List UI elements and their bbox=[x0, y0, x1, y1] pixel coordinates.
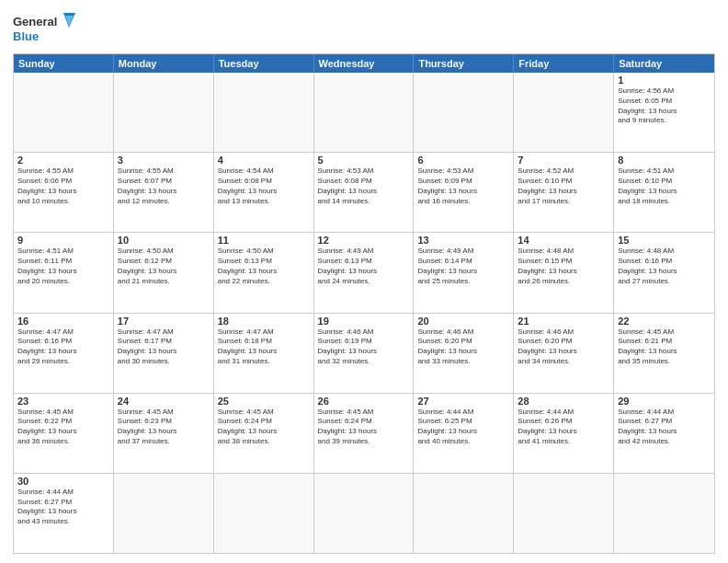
day-number: 23 bbox=[17, 396, 109, 407]
calendar-cell: 20Sunrise: 4:46 AM Sunset: 6:20 PM Dayli… bbox=[414, 314, 514, 393]
calendar-header-cell: Sunday bbox=[14, 54, 114, 73]
day-info: Sunrise: 4:46 AM Sunset: 6:20 PM Dayligh… bbox=[518, 327, 609, 367]
calendar-cell bbox=[514, 73, 614, 152]
day-info: Sunrise: 4:55 AM Sunset: 6:07 PM Dayligh… bbox=[118, 167, 210, 206]
calendar-header-cell: Monday bbox=[114, 54, 214, 73]
calendar-cell: 2Sunrise: 4:55 AM Sunset: 6:06 PM Daylig… bbox=[14, 153, 114, 232]
calendar-cell: 14Sunrise: 4:48 AM Sunset: 6:15 PM Dayli… bbox=[514, 233, 614, 312]
day-number: 17 bbox=[118, 316, 210, 327]
day-number: 7 bbox=[518, 155, 609, 166]
logo-svg: General Blue bbox=[13, 9, 77, 48]
header: General Blue bbox=[13, 9, 715, 48]
day-number: 27 bbox=[417, 396, 509, 407]
calendar-cell: 17Sunrise: 4:47 AM Sunset: 6:17 PM Dayli… bbox=[114, 314, 214, 393]
calendar-header-cell: Friday bbox=[514, 54, 614, 73]
day-info: Sunrise: 4:44 AM Sunset: 6:27 PM Dayligh… bbox=[618, 408, 711, 447]
calendar-cell bbox=[414, 474, 514, 553]
day-number: 21 bbox=[518, 316, 609, 327]
calendar-cell bbox=[614, 474, 714, 553]
calendar-cell: 16Sunrise: 4:47 AM Sunset: 6:16 PM Dayli… bbox=[14, 314, 114, 393]
calendar-cell: 23Sunrise: 4:45 AM Sunset: 6:22 PM Dayli… bbox=[14, 394, 114, 473]
day-info: Sunrise: 4:48 AM Sunset: 6:16 PM Dayligh… bbox=[618, 247, 711, 286]
day-info: Sunrise: 4:47 AM Sunset: 6:18 PM Dayligh… bbox=[218, 327, 310, 367]
calendar-cell: 12Sunrise: 4:49 AM Sunset: 6:13 PM Dayli… bbox=[314, 233, 415, 312]
calendar-header: SundayMondayTuesdayWednesdayThursdayFrid… bbox=[14, 54, 714, 73]
calendar-cell: 10Sunrise: 4:50 AM Sunset: 6:12 PM Dayli… bbox=[114, 233, 214, 312]
calendar-cell bbox=[114, 474, 214, 553]
calendar-row: 9Sunrise: 4:51 AM Sunset: 6:11 PM Daylig… bbox=[14, 232, 714, 312]
day-info: Sunrise: 4:46 AM Sunset: 6:19 PM Dayligh… bbox=[318, 327, 410, 367]
day-number: 18 bbox=[218, 316, 310, 327]
day-number: 4 bbox=[218, 155, 310, 166]
day-number: 14 bbox=[518, 235, 609, 246]
calendar-cell bbox=[14, 73, 114, 152]
day-number: 3 bbox=[118, 155, 210, 166]
calendar-cell: 9Sunrise: 4:51 AM Sunset: 6:11 PM Daylig… bbox=[14, 233, 114, 312]
calendar-cell bbox=[214, 474, 314, 553]
calendar-cell: 11Sunrise: 4:50 AM Sunset: 6:13 PM Dayli… bbox=[214, 233, 314, 312]
day-number: 30 bbox=[17, 476, 109, 487]
calendar-cell: 29Sunrise: 4:44 AM Sunset: 6:27 PM Dayli… bbox=[614, 394, 714, 473]
calendar-cell: 1Sunrise: 4:56 AM Sunset: 6:05 PM Daylig… bbox=[614, 73, 714, 152]
day-info: Sunrise: 4:45 AM Sunset: 6:24 PM Dayligh… bbox=[218, 408, 310, 447]
day-number: 13 bbox=[417, 235, 509, 246]
day-number: 16 bbox=[17, 316, 109, 327]
day-number: 19 bbox=[318, 316, 410, 327]
day-info: Sunrise: 4:45 AM Sunset: 6:24 PM Dayligh… bbox=[318, 408, 410, 447]
calendar-cell: 22Sunrise: 4:45 AM Sunset: 6:21 PM Dayli… bbox=[614, 314, 714, 393]
calendar-cell: 28Sunrise: 4:44 AM Sunset: 6:26 PM Dayli… bbox=[514, 394, 614, 473]
day-info: Sunrise: 4:54 AM Sunset: 6:08 PM Dayligh… bbox=[218, 167, 310, 206]
calendar-cell bbox=[314, 474, 415, 553]
calendar-cell: 30Sunrise: 4:44 AM Sunset: 6:27 PM Dayli… bbox=[14, 474, 114, 553]
calendar-row: 1Sunrise: 4:56 AM Sunset: 6:05 PM Daylig… bbox=[14, 73, 714, 152]
day-number: 26 bbox=[318, 396, 410, 407]
day-number: 15 bbox=[618, 235, 711, 246]
calendar-cell bbox=[214, 73, 314, 152]
day-number: 1 bbox=[618, 75, 711, 86]
calendar-cell: 21Sunrise: 4:46 AM Sunset: 6:20 PM Dayli… bbox=[514, 314, 614, 393]
day-info: Sunrise: 4:44 AM Sunset: 6:27 PM Dayligh… bbox=[17, 488, 109, 527]
day-number: 22 bbox=[618, 316, 711, 327]
calendar-cell: 13Sunrise: 4:49 AM Sunset: 6:14 PM Dayli… bbox=[414, 233, 514, 312]
calendar-cell: 19Sunrise: 4:46 AM Sunset: 6:19 PM Dayli… bbox=[314, 314, 415, 393]
page: General Blue SundayMondayTuesdayWednesda… bbox=[0, 0, 728, 563]
calendar-cell: 27Sunrise: 4:44 AM Sunset: 6:25 PM Dayli… bbox=[414, 394, 514, 473]
day-info: Sunrise: 4:49 AM Sunset: 6:14 PM Dayligh… bbox=[417, 247, 509, 286]
calendar: SundayMondayTuesdayWednesdayThursdayFrid… bbox=[13, 53, 715, 554]
day-number: 20 bbox=[417, 316, 509, 327]
day-number: 9 bbox=[17, 235, 109, 246]
day-info: Sunrise: 4:51 AM Sunset: 6:10 PM Dayligh… bbox=[618, 167, 711, 206]
day-info: Sunrise: 4:46 AM Sunset: 6:20 PM Dayligh… bbox=[417, 327, 509, 367]
calendar-header-cell: Wednesday bbox=[314, 54, 415, 73]
svg-text:General: General bbox=[13, 15, 57, 29]
day-number: 29 bbox=[618, 396, 711, 407]
calendar-cell bbox=[314, 73, 415, 152]
day-number: 10 bbox=[118, 235, 210, 246]
calendar-cell: 7Sunrise: 4:52 AM Sunset: 6:10 PM Daylig… bbox=[514, 153, 614, 232]
day-info: Sunrise: 4:48 AM Sunset: 6:15 PM Dayligh… bbox=[518, 247, 609, 286]
calendar-row: 2Sunrise: 4:55 AM Sunset: 6:06 PM Daylig… bbox=[14, 152, 714, 232]
calendar-cell: 8Sunrise: 4:51 AM Sunset: 6:10 PM Daylig… bbox=[614, 153, 714, 232]
day-info: Sunrise: 4:44 AM Sunset: 6:26 PM Dayligh… bbox=[518, 408, 609, 447]
day-info: Sunrise: 4:56 AM Sunset: 6:05 PM Dayligh… bbox=[618, 86, 711, 126]
calendar-cell: 6Sunrise: 4:53 AM Sunset: 6:09 PM Daylig… bbox=[414, 153, 514, 232]
day-info: Sunrise: 4:51 AM Sunset: 6:11 PM Dayligh… bbox=[17, 247, 109, 286]
day-number: 11 bbox=[218, 235, 310, 246]
calendar-cell: 25Sunrise: 4:45 AM Sunset: 6:24 PM Dayli… bbox=[214, 394, 314, 473]
logo: General Blue bbox=[13, 9, 77, 48]
day-info: Sunrise: 4:49 AM Sunset: 6:13 PM Dayligh… bbox=[318, 247, 410, 286]
calendar-cell: 15Sunrise: 4:48 AM Sunset: 6:16 PM Dayli… bbox=[614, 233, 714, 312]
calendar-cell: 5Sunrise: 4:53 AM Sunset: 6:08 PM Daylig… bbox=[314, 153, 415, 232]
day-info: Sunrise: 4:50 AM Sunset: 6:12 PM Dayligh… bbox=[118, 247, 210, 286]
calendar-row: 23Sunrise: 4:45 AM Sunset: 6:22 PM Dayli… bbox=[14, 393, 714, 473]
day-info: Sunrise: 4:52 AM Sunset: 6:10 PM Dayligh… bbox=[518, 167, 609, 206]
day-number: 2 bbox=[17, 155, 109, 166]
calendar-cell bbox=[414, 73, 514, 152]
calendar-cell: 4Sunrise: 4:54 AM Sunset: 6:08 PM Daylig… bbox=[214, 153, 314, 232]
day-info: Sunrise: 4:55 AM Sunset: 6:06 PM Dayligh… bbox=[17, 167, 109, 206]
day-info: Sunrise: 4:50 AM Sunset: 6:13 PM Dayligh… bbox=[218, 247, 310, 286]
day-info: Sunrise: 4:53 AM Sunset: 6:08 PM Dayligh… bbox=[318, 167, 410, 206]
day-info: Sunrise: 4:47 AM Sunset: 6:16 PM Dayligh… bbox=[17, 327, 109, 367]
day-number: 28 bbox=[518, 396, 609, 407]
calendar-row: 30Sunrise: 4:44 AM Sunset: 6:27 PM Dayli… bbox=[14, 473, 714, 553]
